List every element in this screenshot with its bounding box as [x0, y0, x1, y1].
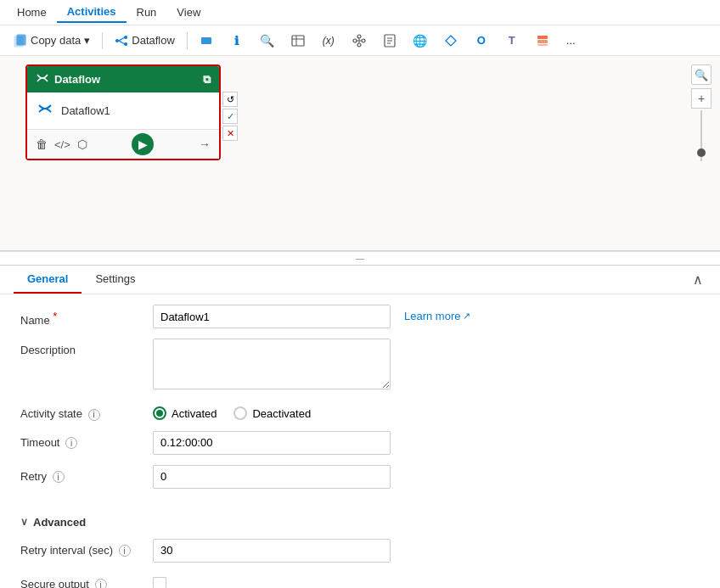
stack-icon [536, 34, 549, 48]
timeout-label: Timeout i [20, 431, 139, 450]
svg-point-13 [357, 35, 361, 38]
retry-interval-info-icon[interactable]: i [119, 545, 131, 557]
menu-run[interactable]: Run [127, 3, 167, 22]
deactivated-radio[interactable] [233, 406, 247, 420]
dataflow-button[interactable]: Dataflow [108, 31, 182, 51]
description-row: Description [20, 339, 700, 392]
deactivated-option[interactable]: Deactivated [233, 406, 311, 420]
node-code-icon[interactable]: </> [54, 138, 70, 151]
toolbar-icon-btn-9[interactable] [437, 31, 464, 51]
teams-icon: T [505, 34, 519, 48]
menu-activities[interactable]: Activities [57, 2, 127, 23]
copy-data-button[interactable]: Copy data ▾ [7, 31, 97, 51]
svg-line-5 [119, 37, 124, 41]
node-copy-icon[interactable]: ⬡ [77, 137, 87, 151]
retry-row: Retry i [20, 465, 700, 489]
toolbar-icon-btn-1[interactable] [193, 31, 220, 51]
svg-rect-7 [201, 37, 211, 44]
outlook-icon: O [475, 34, 488, 48]
activity-state-info-icon[interactable]: i [88, 409, 100, 421]
variable-icon: (x) [322, 34, 335, 48]
timeout-input[interactable] [153, 431, 391, 455]
script-icon [383, 34, 397, 48]
toolbar-icon-btn-3[interactable]: 🔍 [254, 31, 281, 51]
toolbar-icon-btn-8[interactable]: 🌐 [407, 31, 434, 51]
svg-rect-8 [292, 36, 304, 46]
properties-panel: General Settings ∧ Name * Learn more ↗ D… [0, 265, 720, 588]
node-open-icon[interactable]: ⧉ [203, 73, 211, 87]
tab-general[interactable]: General [14, 266, 82, 294]
secure-output-info-icon[interactable]: i [95, 579, 107, 588]
node-error-btn[interactable]: ✕ [222, 126, 238, 141]
secure-output-checkbox[interactable] [153, 577, 166, 589]
tabs-left: General Settings [14, 266, 149, 294]
zoom-controls: + [691, 64, 712, 163]
learn-more-link[interactable]: Learn more ↗ [404, 305, 470, 322]
toolbar-icon-btn-11[interactable]: T [498, 31, 526, 51]
name-input[interactable] [153, 305, 391, 328]
search-icon: 🔍 [261, 34, 274, 48]
node-next-icon[interactable]: → [199, 137, 211, 151]
zoom-thumb [697, 148, 706, 157]
learn-more-label: Learn more [404, 310, 460, 322]
description-label: Description [20, 339, 139, 356]
retry-interval-input[interactable] [153, 539, 391, 563]
retry-info-icon[interactable]: i [53, 471, 65, 483]
node-activity-name: Dataflow1 [61, 104, 110, 117]
copy-data-label: Copy data [31, 34, 81, 47]
menu-bar: Home Activities Run View [0, 0, 720, 25]
activated-radio[interactable] [153, 406, 166, 420]
activity-state-label: Activity state i [20, 402, 139, 421]
dataflow-node-icon [36, 99, 54, 122]
toolbar-icon-btn-6[interactable] [346, 31, 373, 51]
advanced-section-header[interactable]: ∨ Advanced [0, 509, 720, 535]
zoom-track [700, 110, 702, 161]
retry-interval-row: Retry interval (sec) i [20, 539, 700, 563]
more-icon: ... [566, 34, 576, 47]
menu-home[interactable]: Home [7, 3, 57, 22]
tab-collapse-button[interactable]: ∧ [689, 268, 706, 291]
globe-icon: 🌐 [413, 34, 427, 48]
canvas-area: 🔍 Dataflow ⧉ ↺ ✓ ✕ [0, 56, 720, 251]
svg-point-2 [115, 39, 119, 42]
toolbar-icon-btn-5[interactable]: (x) [315, 31, 342, 51]
toolbar-icon-btn-10[interactable]: O [468, 31, 495, 51]
copy-data-icon [14, 34, 27, 48]
node-delete-icon[interactable]: 🗑 [36, 137, 48, 151]
activated-label: Activated [172, 407, 217, 420]
learn-more-icon: ↗ [463, 311, 470, 322]
advanced-form: Retry interval (sec) i Secure output i S… [0, 535, 720, 589]
node-run-arrow[interactable]: ▶ [132, 133, 154, 155]
toolbar-more-button[interactable]: ... [560, 31, 582, 50]
node-side-buttons: ↺ ✓ ✕ [222, 92, 238, 141]
activated-option[interactable]: Activated [153, 406, 217, 420]
flow-icon [352, 34, 366, 48]
zoom-in-button[interactable]: + [691, 88, 712, 109]
collapse-icon: — [356, 254, 364, 263]
description-control [153, 339, 391, 392]
collapse-handle[interactable]: — [0, 251, 720, 265]
menu-view[interactable]: View [166, 3, 211, 22]
secure-output-row: Secure output i [20, 573, 700, 589]
info-icon: ℹ [230, 34, 244, 48]
node-success-btn[interactable]: ✓ [222, 109, 238, 124]
retry-input[interactable] [153, 465, 391, 489]
timeout-info-icon[interactable]: i [65, 437, 77, 449]
toolbar-icon-btn-2[interactable]: ℹ [223, 31, 250, 51]
timeout-row: Timeout i [20, 431, 700, 455]
toolbar-icon-btn-4[interactable] [284, 31, 312, 51]
description-input[interactable] [153, 339, 391, 389]
node-nav-prev[interactable]: ↺ [222, 92, 238, 107]
table-icon [291, 34, 305, 48]
svg-rect-23 [537, 44, 548, 46]
toolbar-icon-btn-12[interactable] [529, 31, 556, 51]
name-control [153, 305, 391, 328]
retry-label: Retry i [20, 465, 139, 484]
name-label: Name * [20, 305, 139, 327]
node-body: Dataflow1 [27, 92, 219, 129]
svg-rect-21 [537, 36, 548, 39]
secure-output-label: Secure output i [20, 573, 139, 589]
tab-settings[interactable]: Settings [82, 266, 149, 294]
node-bottom-icons: 🗑 </> ⬡ [36, 137, 87, 151]
toolbar-icon-btn-7[interactable] [376, 31, 403, 51]
